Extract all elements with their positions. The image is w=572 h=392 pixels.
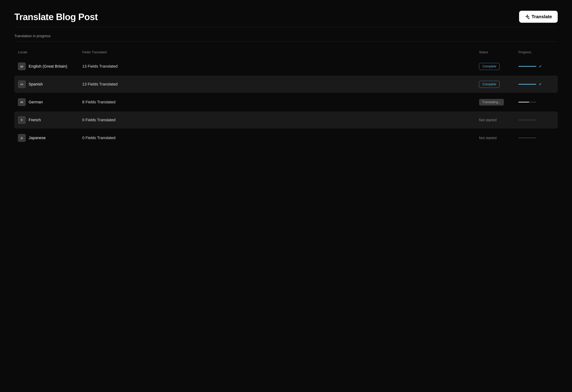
status-badge: Translating... [479, 99, 504, 106]
locale-cell: jaJapanese [18, 134, 82, 142]
progress-bar-container [518, 84, 536, 85]
status-text: Translation in progress [14, 34, 51, 38]
progress-bar-fill [518, 84, 536, 85]
table-row[interactable]: jaJapanese0 Fields TranslatedNot started [14, 129, 558, 147]
progress-cell [518, 102, 554, 102]
locale-name: German [29, 100, 43, 104]
fields-translated: 0 Fields Translated [82, 136, 479, 140]
check-icon: ✓ [539, 64, 542, 68]
locale-badge: es [18, 80, 26, 88]
col-locale: Locale [18, 50, 82, 54]
table-row[interactable]: esSpanish13 Fields TranslatedComplete✓ [14, 76, 558, 93]
locale-name: Japanese [29, 136, 46, 140]
locale-cell: frFrench [18, 116, 82, 124]
status-cell: Translating... [479, 99, 518, 106]
status-cell: Complete [479, 81, 518, 88]
progress-bar-container [518, 138, 536, 138]
progress-cell [518, 138, 554, 138]
translate-button-label: Translate [532, 14, 552, 19]
status-text: Not started [479, 118, 497, 122]
col-fields: Fields Translated [82, 50, 479, 54]
check-icon: ✓ [539, 82, 542, 86]
progress-bar-container [518, 66, 536, 67]
locale-name: Spanish [29, 82, 43, 87]
page-title: Translate Blog Post [14, 11, 98, 22]
table-body: gbEnglish (Great Britain)13 Fields Trans… [14, 58, 558, 147]
progress-cell: ✓ [518, 64, 554, 68]
progress-cell [518, 120, 554, 120]
table-row[interactable]: frFrench0 Fields TranslatedNot started [14, 111, 558, 129]
col-status: Status [479, 50, 518, 54]
progress-bar-fill [518, 66, 536, 67]
fields-translated: 13 Fields Translated [82, 64, 479, 69]
translation-table: Locale Fields Translated Status Progress… [14, 49, 558, 147]
fields-translated: 8 Fields Translated [82, 100, 479, 104]
table-header: Locale Fields Translated Status Progress [14, 49, 558, 58]
locale-badge: gb [18, 62, 26, 70]
table-row[interactable]: gbEnglish (Great Britain)13 Fields Trans… [14, 58, 558, 75]
locale-badge: ja [18, 134, 26, 142]
progress-cell: ✓ [518, 82, 554, 86]
page-header: Translate Blog Post Translate [14, 11, 558, 27]
progress-bar-fill [518, 102, 529, 102]
status-bar: Translation in progress [14, 31, 558, 41]
fields-translated: 0 Fields Translated [82, 118, 479, 122]
table-row[interactable]: deGerman8 Fields TranslatedTranslating..… [14, 94, 558, 111]
locale-badge: fr [18, 116, 26, 124]
locale-badge: de [18, 98, 26, 106]
locale-cell: deGerman [18, 98, 82, 106]
status-badge: Complete [479, 81, 500, 88]
locale-name: French [29, 118, 41, 122]
progress-bar-container [518, 102, 536, 102]
translate-button[interactable]: Translate [519, 11, 558, 23]
status-cell: Not started [479, 118, 518, 122]
progress-bar-container [518, 120, 536, 120]
status-cell: Not started [479, 136, 518, 140]
locale-cell: gbEnglish (Great Britain) [18, 62, 82, 70]
locale-name: English (Great Britain) [29, 64, 67, 69]
fields-translated: 13 Fields Translated [82, 82, 479, 87]
status-text: Not started [479, 136, 497, 140]
locale-cell: esSpanish [18, 80, 82, 88]
sparkle-icon [525, 14, 530, 19]
col-progress: Progress [518, 50, 554, 54]
status-cell: Complete [479, 63, 518, 70]
status-badge: Complete [479, 63, 500, 70]
